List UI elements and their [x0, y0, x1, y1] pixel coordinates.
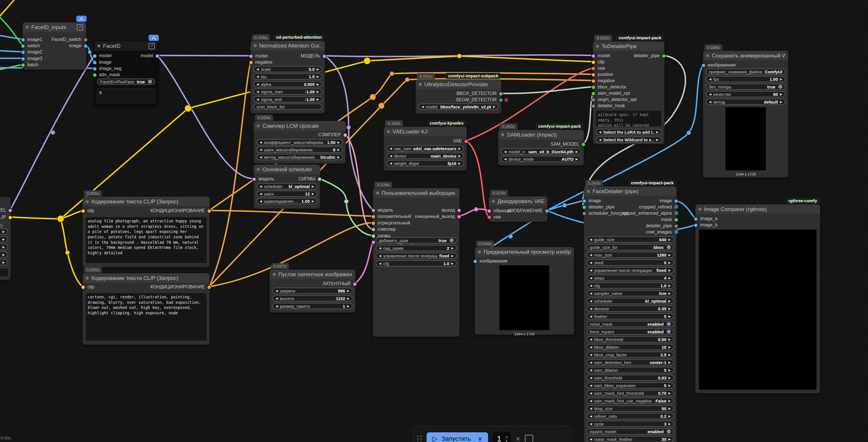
- widget-increment-icon[interactable]: ▶: [493, 105, 495, 109]
- node-header[interactable]: Основной scheduler: [254, 165, 320, 174]
- widget-increment-icon[interactable]: ▶: [338, 140, 340, 144]
- widget-guide_size[interactable]: ◀guide_size640▶: [587, 236, 674, 243]
- port-КОНДИЦИОНИРОВАНИЕ[interactable]: [207, 285, 212, 289]
- widget-increment-icon[interactable]: ▶: [347, 297, 349, 301]
- widget-inpaint_model[interactable]: inpaint_modelenabled: [587, 428, 674, 435]
- port-image[interactable]: [674, 199, 679, 203]
- widget-stub[interactable]: ◀▶: [0, 228, 8, 235]
- port-изображения[interactable]: [473, 259, 477, 264]
- widget-decrement-icon[interactable]: ◀: [590, 315, 592, 318]
- widget-decrement-icon[interactable]: ◀: [590, 376, 592, 380]
- port-BBOX_DETECTOR[interactable]: [499, 92, 503, 96]
- widget-размер_пакета[interactable]: ◀размер_пакета1▶: [272, 303, 352, 309]
- widget-decrement-icon[interactable]: ◀: [379, 254, 381, 258]
- empty-latent-image-node[interactable]: Пустое латентное изображение0.037sЛАТЕНТ…: [270, 270, 355, 313]
- widget-increment-icon[interactable]: ▶: [669, 368, 671, 372]
- port-сигмы[interactable]: [371, 234, 376, 239]
- custom-sampler-node[interactable]: Пользовательский выборщик3.226sмодельпол…: [373, 188, 460, 337]
- node-header[interactable]: FaceDetailer (pipe): [584, 187, 677, 196]
- collapse-dot-icon[interactable]: [587, 190, 590, 193]
- collapse-dot-icon[interactable]: [596, 45, 599, 48]
- text-widget[interactable]: cartoon, cgi, render, illustration, pain…: [85, 293, 207, 341]
- clip-text-encode-negative-node[interactable]: Кодирование текста CLIP (Запрос)0.055scl…: [83, 273, 210, 345]
- widget-decrement-icon[interactable]: ◀: [259, 192, 262, 196]
- collapse-dot-icon[interactable]: [699, 208, 702, 211]
- node-header[interactable]: VAELoader KJ: [384, 127, 466, 136]
- widget-decrement-icon[interactable]: ◀: [590, 238, 592, 242]
- port-model[interactable]: [591, 54, 596, 58]
- port-FaceID_switch[interactable]: [83, 37, 88, 42]
- widget-increment-icon[interactable]: ▶: [669, 345, 671, 349]
- widget-decrement-icon[interactable]: ◀: [590, 399, 592, 403]
- port-выход[interactable]: [457, 208, 461, 213]
- node-graph-canvas[interactable]: FaceID_inputs↗image1switchimage2image3ba…: [0, 0, 868, 442]
- widget-drop_size[interactable]: ◀drop_size50▶: [587, 405, 674, 412]
- widget-управление после генерации[interactable]: ◀управление после генерацииfixed▶: [376, 253, 457, 259]
- widget-increment-icon[interactable]: ▶: [317, 90, 319, 94]
- sam-loader-impact-node[interactable]: SAMLoader (Impact)0.350scomfyui-impact-p…: [498, 130, 584, 165]
- port-модель[interactable]: [252, 177, 256, 182]
- ultralytics-detector-provider-node[interactable]: UltralyticsDetectorProvider0.041scomfyui…: [415, 80, 501, 114]
- widget-decrement-icon[interactable]: ◀: [276, 304, 278, 308]
- toggle-icon[interactable]: [667, 245, 671, 249]
- widget-sampler_name[interactable]: ◀sampler_namelcm▶: [587, 290, 674, 296]
- node-header[interactable]: Normalized Attention Gui...: [251, 41, 325, 50]
- widget-sigma_end[interactable]: ◀sigma_end-1.00▶: [253, 96, 322, 102]
- widget-increment-icon[interactable]: ▶: [459, 147, 461, 151]
- widget-increment-icon[interactable]: ▶: [669, 414, 671, 418]
- toggle-icon[interactable]: [778, 85, 782, 89]
- widget-bbox_dilation[interactable]: ◀bbox_dilation10▶: [587, 344, 674, 350]
- vae-decode-node[interactable]: Декодировать VAE0.374sобразцыvaeИЗОБРАЖЕ…: [489, 196, 548, 222]
- widget-sam_mask_hint_use_negative[interactable]: ◀sam_mask_hint_use_negativeFalse▶: [587, 398, 674, 404]
- widget-guide_size_for[interactable]: guide_size_forbbox: [587, 244, 674, 250]
- widget-decrement-icon[interactable]: ◀: [259, 199, 262, 203]
- port-cropped_enhanced_alpha[interactable]: ▦: [675, 211, 679, 215]
- port-положительный[interactable]: [371, 215, 376, 219]
- port-EL[interactable]: [8, 208, 12, 213]
- widget-decrement-icon[interactable]: ◀: [259, 185, 262, 188]
- collapse-dot-icon[interactable]: [86, 200, 89, 203]
- widget-decrement-icon[interactable]: ◀: [590, 291, 592, 295]
- port-switch[interactable]: [21, 44, 25, 49]
- port-SAM_MODEL[interactable]: [581, 142, 586, 147]
- collapse-dot-icon[interactable]: [492, 200, 495, 203]
- widget-decrement-icon[interactable]: ◀: [256, 90, 259, 94]
- widget-без_потерь[interactable]: без_потерьtrue: [706, 84, 785, 90]
- port-detailer_hook[interactable]: [591, 104, 596, 108]
- text-widget[interactable]: analog film photograph, an attractive ha…: [85, 217, 207, 263]
- port-СИГМЫ[interactable]: [317, 177, 322, 182]
- port-cropped_refined[interactable]: ▦: [675, 205, 679, 209]
- widget-decrement-icon[interactable]: ◀: [709, 100, 711, 104]
- widget-decrement-icon[interactable]: ◀: [504, 157, 506, 161]
- widget-шаги[interactable]: ◀шаги12▶: [256, 191, 317, 197]
- widget-коэффициент_масштабирова ...[interactable]: ◀коэффициент_масштабирова ...1.50▶: [256, 139, 343, 145]
- faceid-node[interactable]: FaceID↗modelimageimage_negattn_maskmodel…: [94, 41, 158, 106]
- widget-качество[interactable]: ◀качество80▶: [706, 91, 785, 97]
- node-header[interactable]: FaceID_inputs↗: [23, 23, 86, 32]
- port-negative[interactable]: [591, 79, 596, 83]
- widget-decrement-icon[interactable]: ◀: [709, 77, 711, 81]
- widget-decrement-icon[interactable]: ◀: [590, 345, 592, 349]
- port-СЭМПЛЕР[interactable]: [343, 133, 347, 137]
- widget-добавить_шум[interactable]: добавить_шумtrue: [376, 237, 457, 244]
- widget-increment-icon[interactable]: ▶: [312, 185, 314, 188]
- widget-increment-icon[interactable]: ▶: [338, 148, 340, 152]
- widget-sigma_start[interactable]: ◀sigma_start-1.00▶: [253, 89, 322, 95]
- expand-icon[interactable]: ↗: [77, 24, 83, 30]
- port-cnet_images[interactable]: ▦: [675, 230, 679, 234]
- widget-increment-icon[interactable]: ▶: [669, 238, 671, 242]
- widget-decrement-icon[interactable]: ◀: [599, 130, 601, 134]
- widget-decrement-icon[interactable]: ◀: [379, 246, 381, 250]
- collapse-dot-icon[interactable]: [706, 54, 709, 57]
- widget-decrement-icon[interactable]: ◀: [590, 422, 592, 426]
- node-header[interactable]: Кодирование текста CLIP (Запрос): [83, 197, 210, 206]
- port-bbox_detector[interactable]: [591, 85, 596, 90]
- widget-decrement-icon[interactable]: ◀: [379, 262, 381, 265]
- widget-refiner_ratio[interactable]: ◀refiner_ratio0.2▶: [587, 413, 674, 419]
- widget-increment-icon[interactable]: ▶: [3, 238, 5, 241]
- normalized-attention-guidance-node[interactable]: Normalized Attention Gui...0.256ssd-pert…: [250, 41, 325, 114]
- widget-increment-icon[interactable]: ▶: [669, 376, 671, 380]
- widget-decrement-icon[interactable]: ◀: [709, 92, 711, 96]
- widget-decrement-icon[interactable]: ◀: [590, 269, 592, 272]
- collapse-dot-icon[interactable]: [501, 133, 504, 136]
